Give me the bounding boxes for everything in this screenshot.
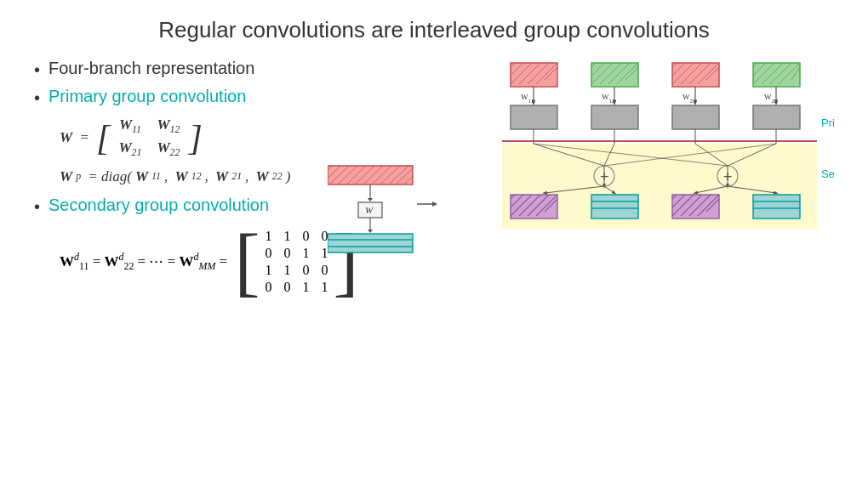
cell-W21: W21 — [118, 139, 141, 159]
math-Wp-eq: Wp = diag(W11, W12, W21, W22) — [60, 168, 290, 185]
svg-marker-114 — [432, 201, 437, 207]
svg-rect-70 — [591, 195, 638, 218]
bullet-item-1: • Four-branch representation — [34, 59, 468, 80]
svg-rect-40 — [511, 105, 557, 129]
cell-r1c3: 0 — [302, 229, 309, 244]
math-block-W: W = [ W11 W12 W21 W22 ] — [60, 115, 468, 162]
bracket-large-left: [ — [234, 224, 260, 300]
svg-rect-8 — [591, 63, 638, 87]
svg-text:W21: W21 — [682, 93, 696, 105]
svg-rect-42 — [672, 105, 719, 129]
cell-W22: W22 — [157, 139, 180, 159]
svg-rect-24 — [753, 63, 800, 87]
svg-marker-109 — [368, 230, 373, 233]
cell-r3c3: 0 — [302, 263, 309, 278]
bracket-left-1: [ — [96, 120, 110, 156]
bullet-text-3: Secondary group convolution — [49, 196, 269, 215]
small-diagram: W — [328, 162, 464, 267]
bullet-dot-2: • — [34, 88, 40, 108]
bracket-right-1: ] — [189, 120, 203, 156]
cell-r4c2: 0 — [283, 280, 290, 295]
small-diagram-svg: W — [328, 162, 464, 264]
svg-rect-43 — [753, 105, 800, 129]
svg-rect-41 — [591, 105, 638, 129]
svg-rect-81 — [753, 195, 800, 218]
bullet-text-1: Four-branch representation — [49, 59, 254, 78]
cell-r2c3: 1 — [302, 246, 309, 261]
svg-rect-0 — [511, 63, 557, 87]
bullet-dot-1: • — [34, 60, 40, 80]
cell-W11: W11 — [118, 116, 141, 136]
cell-r3c2: 1 — [283, 263, 290, 278]
svg-text:W: W — [365, 205, 374, 215]
cell-r4c4: 1 — [321, 280, 328, 295]
bullet-item-2: • Primary group convolution — [34, 87, 468, 108]
math-Wd-lhs: Wd11 = Wd22 = ⋯ = WdMM = — [60, 251, 231, 273]
slide: Regular convolutions are interleaved gro… — [0, 0, 868, 488]
diagram-svg: W11 W12 W21 W22 + + — [494, 59, 834, 331]
svg-marker-105 — [368, 198, 373, 201]
math-W-eq: W = [ W11 W12 W21 W22 ] — [60, 115, 203, 162]
cell-r2c1: 0 — [265, 246, 271, 261]
svg-text:Primary: Primary — [821, 116, 834, 129]
cell-r3c1: 1 — [265, 263, 271, 278]
svg-rect-110 — [328, 234, 413, 253]
svg-rect-16 — [672, 63, 719, 87]
bullet-dot-3: • — [34, 197, 40, 217]
svg-text:Secondary: Secondary — [821, 167, 834, 180]
bullet-text-2: Primary group convolution — [49, 87, 246, 106]
matrix-content-1: W11 W12 W21 W22 — [113, 115, 185, 162]
cell-r1c1: 1 — [265, 229, 271, 244]
cell-r2c2: 0 — [283, 246, 290, 261]
svg-text:W11: W11 — [521, 93, 534, 105]
diagram-area: W11 W12 W21 W22 + + — [494, 59, 834, 334]
svg-text:W12: W12 — [602, 93, 615, 105]
cell-r4c1: 0 — [265, 280, 271, 295]
slide-title: Regular convolutions are interleaved gro… — [34, 17, 834, 43]
matrix-large-content: 1 1 0 0 0 0 1 1 1 1 0 0 0 0 1 — [260, 227, 333, 297]
cell-r4c3: 1 — [302, 280, 309, 295]
cell-W12: W12 — [157, 116, 180, 136]
cell-r1c2: 1 — [283, 229, 290, 244]
